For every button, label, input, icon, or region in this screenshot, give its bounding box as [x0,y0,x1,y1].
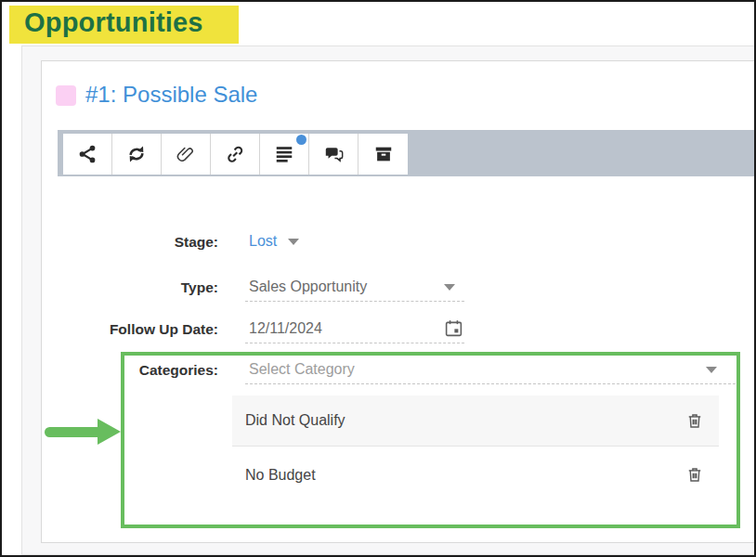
record-title[interactable]: #1: Possible Sale [85,82,257,108]
toolbar [63,134,408,175]
refresh-button[interactable] [112,134,162,175]
share-icon [77,144,98,164]
calendar-icon[interactable] [444,318,463,338]
type-caret-icon[interactable] [444,284,455,291]
follow-up-date-value[interactable]: 12/11/2024 [249,320,322,337]
follow-up-date-label: Follow Up Date: [58,321,218,338]
record-color-swatch[interactable] [56,85,76,106]
comments-button[interactable] [309,134,358,175]
archive-icon [373,144,394,164]
annotation-highlight-box [121,352,740,528]
share-button[interactable] [63,134,112,175]
notification-badge [296,135,306,145]
screenshot-frame: Opportunities #1: Possible Sale [0,0,756,557]
link-icon [225,144,245,164]
comments-icon [323,144,345,164]
list-button[interactable] [260,134,309,175]
annotation-arrow-head-icon [98,419,121,445]
archive-button[interactable] [358,134,408,175]
type-value[interactable]: Sales Opportunity [249,278,367,295]
link-button[interactable] [211,134,260,175]
page-title: Opportunities [9,6,239,44]
stage-label: Stage: [58,234,218,251]
annotation-arrow [45,427,102,437]
attachment-button[interactable] [162,134,211,175]
list-icon [274,144,294,164]
type-label: Type: [58,279,218,296]
refresh-icon [126,144,147,164]
attachment-icon [176,144,196,164]
stage-value[interactable]: Lost [249,233,277,250]
stage-caret-icon[interactable] [288,239,299,245]
